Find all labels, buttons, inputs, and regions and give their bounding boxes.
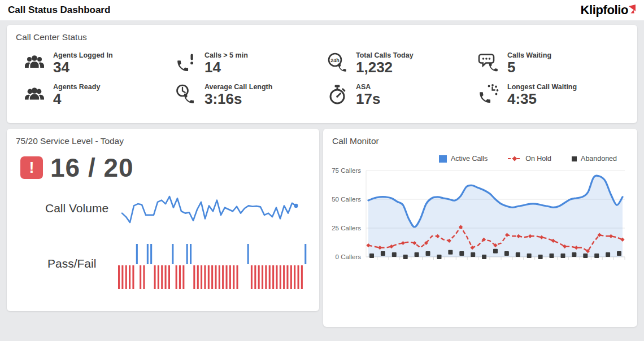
call-volume-label: Call Volume xyxy=(45,202,108,215)
on-hold-marker-icon xyxy=(508,155,521,162)
kpi-value: 17s xyxy=(356,91,380,107)
stopwatch-icon xyxy=(325,83,349,107)
kpi-average-call-length: Average Call Length 3:16s xyxy=(174,79,325,111)
klipfolio-flag-icon xyxy=(629,5,636,14)
kpi-value: 4 xyxy=(53,91,100,107)
service-level-score: ! 16 / 20 xyxy=(20,152,134,183)
legend-label: Abandoned xyxy=(581,155,617,163)
agents-ready-icon xyxy=(23,83,46,107)
header-bar: Call Status Dashboard Klipfolio xyxy=(0,0,644,20)
legend-item-abandoned: Abandoned xyxy=(572,155,617,163)
svg-text:24h: 24h xyxy=(330,58,340,63)
svg-text:25 Callers: 25 Callers xyxy=(332,225,361,231)
svg-text:75 Callers: 75 Callers xyxy=(332,167,361,174)
call-volume-sparkline xyxy=(120,194,298,225)
kpi-agents-logged-in: Agents Logged In 34 xyxy=(23,47,174,79)
kpi-value: 4:35 xyxy=(507,91,577,107)
phone-waiting-icon xyxy=(477,83,501,107)
legend-item-active-calls: Active Calls xyxy=(439,155,488,163)
kpi-longest-call-waiting: Longest Call Waiting 4:35 xyxy=(477,79,628,111)
legend-label: Active Calls xyxy=(451,155,488,163)
call-center-status-panel: Call Center Status Agents Logged In 34 xyxy=(7,25,637,123)
phone-exclamation-icon xyxy=(174,51,198,75)
kpi-grid: Agents Logged In 34 Calls > 5 min xyxy=(23,47,628,111)
klipfolio-logo[interactable]: Klipfolio xyxy=(581,4,636,16)
service-level-panel: 75/20 Service Level - Today ! 16 / 20 Ca… xyxy=(7,129,319,311)
kpi-value: 1,232 xyxy=(356,60,414,75)
kpi-calls-waiting: Calls Waiting 5 xyxy=(477,47,628,79)
call-monitor-panel: Call Monitor Active Calls On Hold Abando… xyxy=(323,129,637,327)
klipfolio-logo-text: Klipfolio xyxy=(581,4,628,16)
chat-phone-icon xyxy=(477,51,501,75)
kpi-value: 3:16s xyxy=(204,91,272,107)
service-level-title: 75/20 Service Level - Today xyxy=(16,136,124,146)
kpi-total-calls-today: 24h Total Calls Today 1,232 xyxy=(325,47,477,79)
svg-text:0 Callers: 0 Callers xyxy=(336,253,362,260)
active-calls-swatch-icon xyxy=(439,155,447,163)
kpi-calls-over-5-min: Calls > 5 min 14 xyxy=(174,47,325,79)
dashboard: Call Status Dashboard Klipfolio Call Cen… xyxy=(0,0,644,341)
call-monitor-title: Call Monitor xyxy=(332,136,379,146)
call-monitor-chart: 75 Callers50 Callers25 Callers0 Callers xyxy=(324,163,635,268)
legend-label: On Hold xyxy=(525,155,551,163)
service-level-value: 16 / 20 xyxy=(50,152,134,183)
svg-text:50 Callers: 50 Callers xyxy=(332,196,361,203)
kpi-value: 34 xyxy=(53,60,113,75)
kpi-value: 14 xyxy=(204,60,248,75)
agents-group-icon xyxy=(23,51,46,75)
kpi-asa: ASA 17s xyxy=(325,79,477,111)
phone-clock-icon xyxy=(174,83,198,107)
alert-icon: ! xyxy=(20,156,43,179)
page-title: Call Status Dashboard xyxy=(8,5,110,16)
pass-fail-chart xyxy=(118,243,308,291)
chart-legend: Active Calls On Hold Abandoned xyxy=(439,155,617,163)
kpi-agents-ready: Agents Ready 4 xyxy=(23,79,174,111)
abandoned-swatch-icon xyxy=(572,156,577,161)
kpi-value: 5 xyxy=(507,60,551,75)
call-center-status-title: Call Center Status xyxy=(16,32,87,42)
pass-fail-label: Pass/Fail xyxy=(47,257,96,270)
phone-24h-icon: 24h xyxy=(325,51,349,75)
legend-item-on-hold: On Hold xyxy=(508,155,551,163)
